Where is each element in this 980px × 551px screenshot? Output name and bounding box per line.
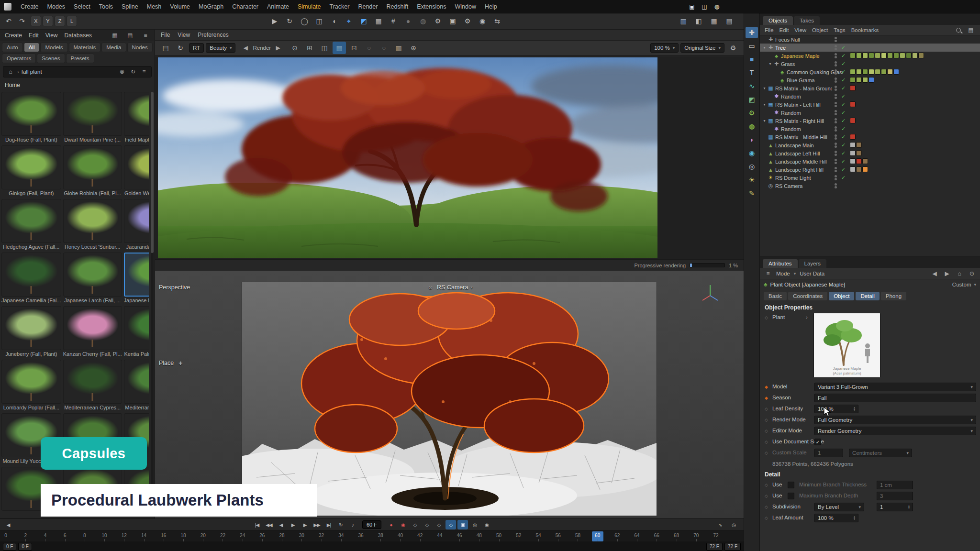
visibility-dots[interactable]: [835, 77, 837, 83]
workplane-icon[interactable]: ◩: [357, 15, 370, 27]
object-tag-icon[interactable]: [850, 85, 856, 91]
om-menu-tags[interactable]: Tags: [834, 27, 845, 33]
keyframe-marker[interactable]: ◇: [765, 418, 768, 422]
om-menu-edit[interactable]: Edit: [780, 27, 789, 33]
object-tag-icon[interactable]: [850, 134, 856, 140]
visibility-dots[interactable]: [835, 102, 837, 107]
pv-settings-icon[interactable]: ⚙: [726, 42, 740, 54]
simulate-reset-icon[interactable]: ↻: [283, 15, 296, 27]
object-row-landscape-left-hill[interactable]: ▲Landscape Left Hill✓: [760, 149, 980, 157]
asset-item-mediterranean-dwarf[interactable]: Mediterranean Dwarf ...: [124, 360, 149, 411]
tag-icons[interactable]: [850, 69, 899, 75]
axis-lock-l-button[interactable]: L: [67, 16, 77, 26]
value-field[interactable]: 1 cm: [877, 481, 913, 489]
generator-icon[interactable]: ⚙: [746, 107, 758, 119]
interface-toggle-icon[interactable]: ▣: [688, 2, 696, 11]
simulate-play-icon[interactable]: ▶: [268, 15, 281, 27]
use-checkbox[interactable]: [788, 493, 794, 499]
menu-item-animate[interactable]: Animate: [263, 0, 293, 13]
asset-item-juneberry-fall-plant[interactable]: Juneberry (Fall, Plant): [1, 306, 61, 358]
visibility-dots[interactable]: [835, 86, 837, 91]
play-button[interactable]: ▶: [288, 520, 298, 529]
keyframe-marker[interactable]: ◇: [765, 440, 768, 444]
keyframe-marker[interactable]: ◇: [765, 494, 768, 498]
scrollbar[interactable]: [151, 92, 154, 517]
plant-preview-thumbnail[interactable]: Japanese Maple (Acer palmatum): [813, 313, 880, 378]
tag-icons[interactable]: [850, 53, 924, 58]
object-row-random[interactable]: ✱Random✓: [760, 125, 980, 133]
history-icon[interactable]: ▤: [159, 42, 172, 54]
asset-subtab-scenes[interactable]: Scenes: [37, 54, 65, 63]
cube-primitive-icon[interactable]: ■: [746, 54, 758, 65]
info-icon[interactable]: ⊕: [407, 42, 420, 54]
pen-tool-icon[interactable]: ✎: [746, 187, 758, 199]
perspective-viewport[interactable]: Perspective ⊙ RS Camera ▾ Place ✚: [155, 271, 744, 518]
keyframe-marker[interactable]: ◇: [765, 407, 768, 411]
visibility-dots[interactable]: [835, 53, 837, 58]
menu-item-simulate[interactable]: Simulate: [293, 0, 325, 13]
object-tag-icon[interactable]: [850, 118, 856, 123]
fcurve-icon[interactable]: ∿: [715, 520, 725, 529]
object-row-rs-camera[interactable]: ◎RS Camera: [760, 182, 980, 190]
range-end-field-0[interactable]: 72 F: [706, 543, 723, 551]
object-row-grass[interactable]: ▾✚Grass✓: [760, 60, 980, 68]
sound-toggle-button[interactable]: ♪: [347, 520, 358, 529]
clear-search-icon[interactable]: ⊗: [118, 67, 126, 76]
history-back-icon[interactable]: ◀: [930, 269, 939, 278]
asset-item-japanese-maple-fall[interactable]: Japanese Maple (Fall, ...: [124, 253, 149, 304]
asset-search-bar[interactable]: ⌂ › fall plant ⊗ ↻ ≡: [3, 66, 152, 77]
material-tag-icon[interactable]: [912, 53, 918, 58]
timeline-ruler[interactable]: 0246810121416182022242628303234363840424…: [0, 530, 744, 541]
layout-split-icon[interactable]: ◧: [692, 15, 705, 27]
undo-icon[interactable]: ↶: [2, 15, 15, 27]
leaf-density-field[interactable]: 100 %▴▾: [814, 405, 858, 413]
object-tag-icon[interactable]: [850, 142, 856, 148]
attr-tab-attributes[interactable]: Attributes: [763, 259, 798, 268]
axis-lock-z-button[interactable]: Z: [55, 16, 65, 26]
menu-item-extensions[interactable]: Extensions: [412, 0, 450, 13]
goto-end-button[interactable]: ▶|: [323, 520, 334, 529]
enabled-check-icon[interactable]: ✓: [841, 110, 846, 116]
next-frame-button[interactable]: ▶: [300, 520, 310, 529]
tag-icons[interactable]: [850, 118, 856, 123]
workspace-icon[interactable]: ◫: [700, 2, 709, 11]
tag-icons[interactable]: [850, 142, 862, 148]
material-tag-icon[interactable]: [850, 53, 856, 58]
channel-red-icon[interactable]: ○: [362, 42, 376, 54]
clock-icon[interactable]: ◷: [728, 520, 739, 529]
object-row-random[interactable]: ✱Random✓: [760, 109, 980, 117]
mode-dropdown[interactable]: Mode: [776, 271, 790, 276]
enabled-check-icon[interactable]: ✓: [841, 158, 846, 165]
asset-item-golden-weeping-willo[interactable]: Golden Weeping Willo...: [124, 145, 149, 197]
tag-icons[interactable]: [850, 150, 862, 156]
object-row-rs-matrix-main-ground[interactable]: ▾▦RS Matrix - Main Ground✓: [760, 84, 980, 92]
asset-item-dog-rose-fall-plant[interactable]: Dog-Rose (Fall, Plant): [1, 92, 61, 143]
app-logo-icon[interactable]: [4, 3, 11, 11]
pv-menu-view[interactable]: View: [178, 32, 190, 38]
layout-ui-icon[interactable]: ▥: [677, 15, 690, 27]
material-tag-icon[interactable]: [850, 77, 856, 83]
text-tool-icon[interactable]: T: [746, 67, 758, 78]
snapshot-icon[interactable]: ⊞: [303, 42, 316, 54]
object-row-japanese-maple[interactable]: ♣Japanese Maple✓: [760, 52, 980, 60]
ipr-icon[interactable]: ◉: [476, 15, 489, 27]
key-pla-button[interactable]: ▣: [457, 520, 468, 529]
object-row-common-quaking-grass[interactable]: ♣Common Quaking Grass✓: [760, 68, 980, 76]
menu-item-render[interactable]: Render: [354, 0, 382, 13]
snap-icon[interactable]: ⌖: [342, 15, 356, 27]
expand-icon[interactable]: ›: [806, 314, 808, 320]
deformer-icon[interactable]: ◗: [746, 134, 758, 145]
key-rotation-button[interactable]: ◇: [434, 520, 444, 529]
key-scale-button[interactable]: ◇: [422, 520, 432, 529]
enabled-check-icon[interactable]: ✓: [841, 93, 846, 99]
visibility-dots[interactable]: [835, 118, 837, 123]
refresh-icon[interactable]: ↻: [129, 67, 137, 76]
om-tab-objects[interactable]: Objects: [763, 16, 793, 25]
render-settings-icon[interactable]: ⚙: [461, 15, 474, 27]
render-mode-dropdown[interactable]: Full Geometry▾: [814, 416, 976, 424]
menu-item-window[interactable]: Window: [450, 0, 480, 13]
autokey-button[interactable]: ◉: [398, 520, 408, 529]
loop-mode-button[interactable]: ↻: [335, 520, 346, 529]
visibility-dots[interactable]: [835, 183, 837, 188]
om-tab-takes[interactable]: Takes: [794, 16, 820, 25]
